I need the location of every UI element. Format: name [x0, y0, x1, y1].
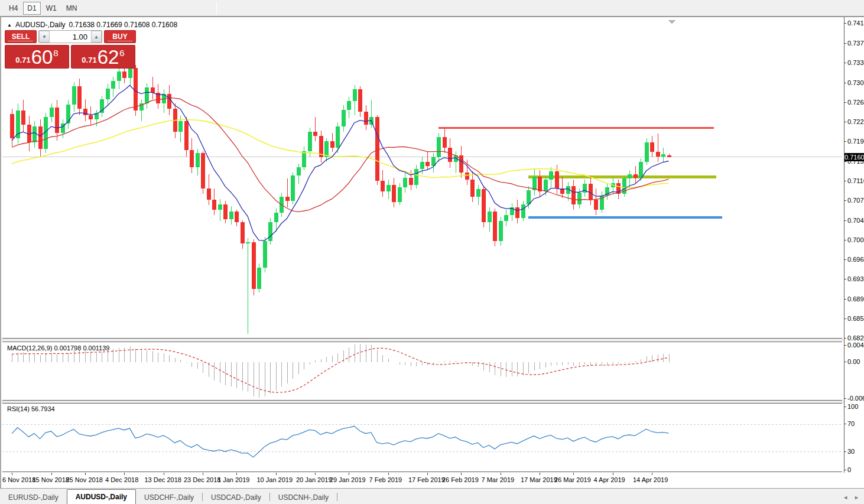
price-axis-tick: 0.73750 — [847, 40, 864, 47]
candle — [145, 83, 149, 109]
pane-splitter[interactable] — [1, 339, 864, 341]
candle — [425, 152, 430, 170]
candle — [33, 121, 37, 148]
candle — [285, 178, 290, 207]
time-axis-label: 7 Feb 2019 — [369, 476, 402, 483]
time-axis-label: 14 Apr 2019 — [633, 476, 668, 483]
candle — [532, 169, 537, 196]
candle — [223, 201, 228, 223]
candle — [364, 105, 368, 129]
time-axis-label: 4 Apr 2019 — [594, 476, 625, 483]
trendline-resistance[interactable] — [439, 127, 714, 129]
lot-increase-button[interactable]: ▲ — [91, 31, 102, 43]
sell-price-box[interactable]: 0.71608 — [5, 45, 69, 69]
buy-price-big: 62 — [98, 48, 119, 66]
timeframe-button-w1[interactable]: W1 — [42, 2, 61, 15]
candle — [50, 103, 54, 122]
tab-eurusd[interactable]: EURUSD-,Daily — [0, 491, 67, 504]
trendline-low-support[interactable] — [528, 216, 722, 219]
one-click-collapse-icon[interactable]: ▲ — [7, 22, 12, 28]
time-axis-label: 13 Dec 2018 — [145, 476, 181, 483]
candle — [515, 200, 519, 223]
candle — [431, 153, 436, 172]
chart-shift-marker-icon[interactable] — [668, 20, 675, 24]
mt4-application: H4 D1 W1 MN ▲ AUDUSD-,Daily 0.71638 0.71… — [0, 0, 864, 504]
lot-size-value[interactable]: 1.00 — [50, 31, 91, 43]
candle — [252, 239, 256, 295]
candle — [241, 220, 245, 249]
candle — [66, 100, 70, 129]
time-axis-label: 29 Jan 2019 — [330, 476, 366, 483]
macd-pane[interactable] — [2, 342, 842, 401]
macd-indicator-label: MACD(12,26,9) 0.001798 0.001139 — [7, 344, 109, 352]
candle — [437, 133, 441, 162]
rsi-axis-tick: 70 — [847, 420, 855, 427]
candle — [639, 158, 643, 181]
candle — [600, 191, 604, 213]
sell-price-pip: 8 — [53, 48, 58, 58]
tab-scroll-right-icon[interactable]: ► — [854, 495, 859, 500]
timeframe-toolbar: H4 D1 W1 MN — [0, 0, 864, 17]
timeframe-button-d1[interactable]: D1 — [23, 2, 40, 15]
candle — [207, 174, 211, 205]
candle — [336, 122, 340, 153]
candle — [139, 99, 144, 122]
rsi-pane[interactable] — [2, 403, 842, 472]
time-axis-label: 17 Mar 2019 — [521, 476, 557, 483]
candle — [184, 117, 189, 157]
candle — [645, 138, 649, 165]
candle — [218, 199, 222, 222]
buy-button[interactable]: BUY — [104, 30, 136, 43]
price-axis-tick: 0.70420 — [847, 217, 864, 224]
candle — [347, 97, 351, 118]
buy-price-box[interactable]: 0.71626 — [71, 45, 135, 69]
time-axis-label: 6 Nov 2018 — [2, 476, 35, 483]
candle — [55, 100, 59, 140]
candle — [10, 109, 14, 147]
tab-scroll-left-icon[interactable]: ◄ — [843, 495, 848, 500]
candle — [381, 170, 385, 197]
candle — [616, 180, 621, 199]
price-axis[interactable]: 0.71608 0.741300.737500.733800.730100.72… — [844, 17, 864, 473]
chart-window: ▲ AUDUSD-,Daily 0.71638 0.71669 0.71608 … — [0, 17, 864, 488]
sell-button[interactable]: SELL — [5, 30, 37, 43]
candle — [257, 264, 261, 292]
price-axis-tick: 0.69680 — [847, 256, 864, 263]
chart-symbol-title: AUDUSD-,Daily — [15, 21, 66, 29]
rsi-axis-tick: 0 — [847, 466, 851, 473]
rsi-axis-tick: 100 — [847, 403, 858, 410]
time-axis[interactable]: 6 Nov 201815 Nov 201825 Nov 20184 Dec 20… — [1, 473, 843, 489]
timeframe-button-mn[interactable]: MN — [62, 2, 82, 15]
candle — [482, 186, 486, 227]
candle — [246, 238, 250, 334]
candle — [196, 149, 200, 175]
tab-usdcad[interactable]: USDCAD-,Daily — [203, 491, 269, 504]
tab-usdcnh[interactable]: USDCNH-,Daily — [270, 491, 337, 504]
time-axis-label: 23 Dec 2018 — [184, 476, 220, 483]
macd-axis-tick: 0.00 — [847, 358, 860, 365]
candle — [667, 154, 671, 157]
buy-price-pip: 6 — [119, 48, 124, 58]
price-axis-tick: 0.70790 — [847, 197, 864, 204]
price-axis-tick: 0.72640 — [847, 99, 864, 106]
candle — [117, 67, 121, 90]
price-axis-tick: 0.68570 — [847, 315, 864, 322]
candle — [634, 166, 638, 183]
candle — [403, 173, 407, 192]
candle — [392, 178, 396, 207]
candle — [650, 136, 654, 157]
timeframe-button-h4[interactable]: H4 — [5, 2, 22, 15]
candle — [594, 188, 598, 215]
tab-usdchf[interactable]: USDCHF-,Daily — [136, 491, 202, 504]
candle — [521, 201, 525, 221]
candle — [77, 79, 82, 115]
candle — [229, 206, 233, 225]
tab-separator — [337, 493, 337, 501]
candle — [235, 210, 239, 227]
sell-price-big: 60 — [31, 48, 53, 66]
candle — [72, 82, 76, 112]
lot-decrease-button[interactable]: ▼ — [39, 31, 50, 43]
price-axis-tick: 0.74130 — [847, 19, 864, 27]
tab-audusd[interactable]: AUDUSD-,Daily — [67, 489, 136, 504]
rsi-indicator-label: RSI(14) 56.7934 — [7, 405, 55, 412]
